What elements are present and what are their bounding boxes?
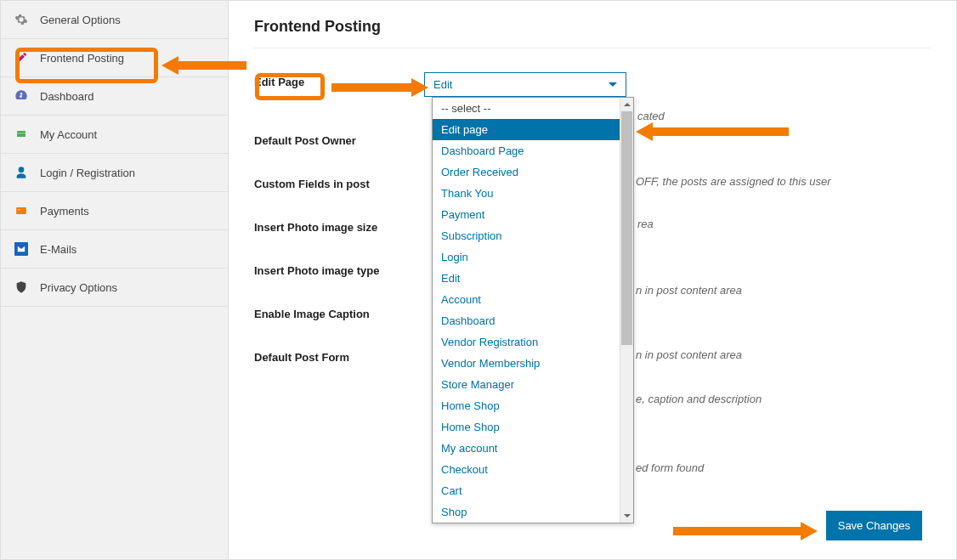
dropdown-item[interactable]: Store Manager [433, 374, 620, 395]
sidebar-item-my-account[interactable]: My Account [1, 116, 228, 154]
dropdown-item[interactable]: Dashboard [433, 310, 620, 331]
dropdown-edit-page: -- select -- Edit page Dashboard Page Or… [432, 97, 634, 523]
sidebar-item-label: Privacy Options [40, 281, 117, 294]
page-title: Frontend Posting [254, 18, 931, 48]
dropdown-item[interactable]: Home Shop [433, 416, 620, 438]
sidebar-item-privacy-options[interactable]: Privacy Options [1, 269, 228, 307]
dropdown-item[interactable]: My account [433, 438, 620, 459]
dropdown-item[interactable]: Edit page [433, 119, 620, 140]
gear-icon [14, 13, 28, 26]
label-image-caption: Enable Image Caption [254, 304, 424, 320]
sidebar-item-label: Payments [40, 205, 89, 218]
dropdown-item[interactable]: Subscription [433, 225, 620, 246]
hint-photo-type: n in post content area [636, 348, 742, 361]
sidebar-item-frontend-posting[interactable]: Frontend Posting [1, 39, 228, 77]
hint-photo-size: n in post content area [636, 284, 742, 297]
label-edit-page: Edit Page [254, 72, 424, 88]
payment-icon [14, 204, 28, 218]
sidebar-item-payments[interactable]: Payments [1, 192, 228, 230]
dropdown-item[interactable]: Checkout [433, 459, 620, 480]
select-value: Edit [433, 78, 452, 91]
scroll-down-icon[interactable] [620, 509, 633, 523]
label-default-form: Default Post Form [254, 348, 424, 364]
dashboard-icon [14, 89, 28, 103]
sidebar-item-label: E-Mails [40, 243, 76, 256]
svg-rect-1 [17, 133, 25, 134]
dropdown-item[interactable]: Edit [433, 268, 620, 289]
label-default-owner: Default Post Owner [254, 131, 424, 147]
edit-icon [14, 51, 28, 65]
sidebar-item-label: General Options [40, 14, 121, 26]
hint-custom-fields: rea [637, 218, 654, 230]
hint-default-owner: OFF, the posts are assigned to this user [636, 175, 831, 188]
sidebar-item-login-registration[interactable]: Login / Registration [1, 154, 228, 192]
sidebar-item-dashboard[interactable]: Dashboard [1, 77, 228, 116]
hint-default-form: ed form found [636, 461, 704, 474]
svg-rect-2 [16, 207, 26, 214]
sidebar-item-label: Dashboard [40, 90, 94, 103]
label-photo-type: Insert Photo image type [254, 261, 424, 277]
dropdown-placeholder[interactable]: -- select -- [433, 98, 620, 119]
dropdown-item[interactable]: Shop [433, 501, 620, 523]
sidebar-item-label: My Account [40, 128, 97, 141]
mail-icon [14, 242, 28, 256]
dropdown-item[interactable]: Vendor Registration [433, 331, 620, 353]
sidebar-item-label: Login / Registration [40, 167, 135, 179]
hint-edit-page: cated [637, 110, 665, 122]
dropdown-item[interactable]: Thank You [433, 183, 620, 204]
save-button[interactable]: Save Changes [826, 511, 922, 540]
scroll-up-icon[interactable] [620, 98, 633, 111]
dropdown-item[interactable]: Login [433, 246, 620, 268]
dropdown-item[interactable]: Dashboard Page [433, 140, 620, 161]
sidebar-item-emails[interactable]: E-Mails [1, 230, 228, 269]
svg-rect-3 [18, 209, 21, 210]
dropdown-item[interactable]: Vendor Membership [433, 353, 620, 374]
dropdown-item[interactable]: Cart [433, 480, 620, 501]
select-edit-page[interactable]: Edit [424, 72, 626, 97]
dropdown-item[interactable]: Order Received [433, 161, 620, 183]
label-custom-fields: Custom Fields in post [254, 174, 424, 190]
user-icon [14, 166, 28, 179]
sidebar-item-general-options[interactable]: General Options [1, 1, 228, 39]
sidebar-item-label: Frontend Posting [40, 52, 124, 65]
scrollbar[interactable] [620, 98, 633, 523]
sidebar: General Options Frontend Posting Dashboa… [1, 1, 229, 559]
scroll-thumb[interactable] [621, 111, 632, 345]
dropdown-item[interactable]: Account [433, 289, 620, 310]
shield-icon [14, 280, 28, 294]
card-icon [14, 127, 28, 141]
chevron-down-icon [609, 82, 617, 87]
label-photo-size: Insert Photo image size [254, 218, 424, 234]
hint-image-caption: e, caption and description [636, 393, 762, 405]
dropdown-item[interactable]: Payment [433, 204, 620, 225]
dropdown-item[interactable]: Home Shop [433, 395, 620, 416]
